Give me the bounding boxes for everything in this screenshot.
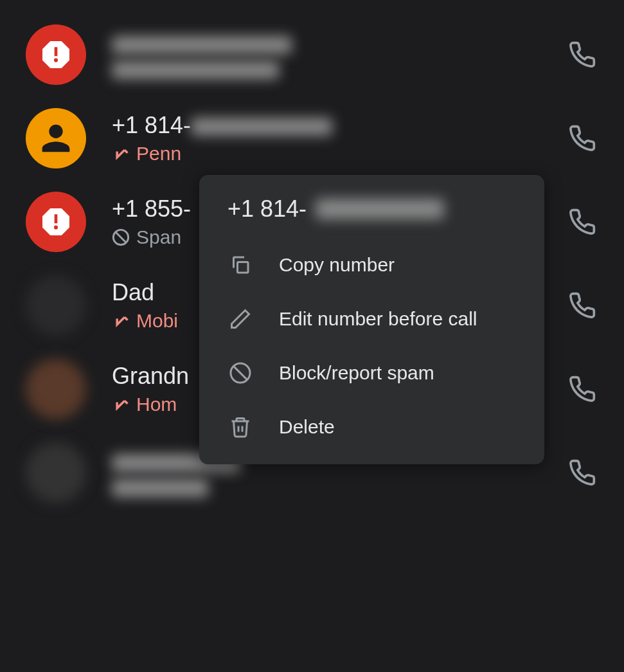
alert-octagon-icon bbox=[38, 37, 74, 73]
obscured-text bbox=[112, 479, 208, 497]
call-title: +1 814- bbox=[112, 112, 566, 139]
spam-avatar bbox=[26, 192, 86, 252]
svg-line-1 bbox=[116, 232, 126, 242]
call-subtitle: Penn bbox=[112, 143, 566, 165]
block-icon bbox=[227, 360, 253, 386]
obscured-text bbox=[112, 61, 279, 79]
obscured-text bbox=[191, 118, 332, 136]
menu-block-spam[interactable]: Block/report spam bbox=[199, 346, 544, 400]
call-button[interactable] bbox=[566, 373, 598, 405]
phone-icon bbox=[568, 375, 596, 403]
phone-icon bbox=[568, 41, 596, 69]
call-button[interactable] bbox=[566, 206, 598, 238]
spam-avatar bbox=[26, 24, 86, 85]
pencil-icon bbox=[227, 306, 253, 332]
call-subtitle bbox=[112, 479, 566, 497]
contact-avatar bbox=[26, 442, 86, 503]
call-row[interactable]: +1 814- Penn bbox=[0, 96, 624, 180]
call-button[interactable] bbox=[566, 289, 598, 322]
svg-line-4 bbox=[233, 366, 247, 379]
contact-avatar bbox=[26, 275, 86, 336]
call-row-text bbox=[112, 30, 566, 79]
person-icon bbox=[35, 118, 76, 159]
menu-label: Copy number bbox=[279, 254, 395, 276]
phone-icon bbox=[568, 291, 596, 320]
contact-avatar bbox=[26, 359, 86, 419]
call-button[interactable] bbox=[566, 122, 598, 154]
call-row[interactable] bbox=[0, 13, 624, 96]
missed-call-icon bbox=[112, 395, 130, 413]
phone-icon bbox=[568, 208, 596, 236]
missed-call-icon bbox=[112, 145, 130, 163]
obscured-text bbox=[112, 36, 292, 54]
menu-copy-number[interactable]: Copy number bbox=[199, 238, 544, 292]
phone-icon bbox=[568, 459, 596, 487]
call-title bbox=[112, 30, 566, 57]
menu-edit-number[interactable]: Edit number before call bbox=[199, 292, 544, 346]
call-subtitle bbox=[112, 61, 566, 79]
phone-icon bbox=[568, 124, 596, 152]
svg-rect-2 bbox=[238, 262, 249, 273]
alert-octagon-icon bbox=[38, 204, 74, 240]
context-menu: +1 814- Copy number Edit number before c… bbox=[199, 175, 544, 464]
menu-label: Block/report spam bbox=[279, 362, 434, 384]
missed-call-icon bbox=[112, 312, 130, 330]
trash-icon bbox=[227, 414, 253, 440]
copy-icon bbox=[227, 252, 253, 278]
menu-label: Delete bbox=[279, 416, 335, 438]
menu-title: +1 814- bbox=[199, 195, 544, 238]
call-button[interactable] bbox=[566, 39, 598, 71]
call-row-text: +1 814- Penn bbox=[112, 112, 566, 165]
menu-delete[interactable]: Delete bbox=[199, 400, 544, 454]
menu-label: Edit number before call bbox=[279, 308, 477, 330]
block-icon bbox=[112, 228, 130, 246]
call-button[interactable] bbox=[566, 457, 598, 489]
person-avatar bbox=[26, 108, 86, 168]
obscured-text bbox=[316, 199, 444, 219]
